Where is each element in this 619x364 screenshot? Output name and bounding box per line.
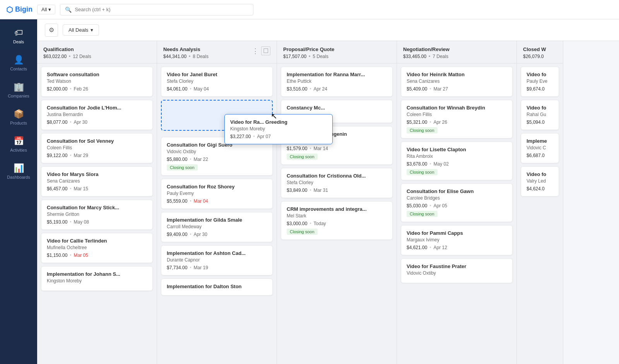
sidebar-item-dashboards[interactable]: 📊 Dashboards <box>0 158 37 185</box>
search-input[interactable] <box>75 7 248 12</box>
card-person: Pauly Eve <box>527 79 553 84</box>
search-icon: 🔍 <box>65 7 72 13</box>
qualification-cards: Software consultation Ted Watson $2,000.… <box>37 63 157 294</box>
card-janel-buret[interactable]: Video for Janel Buret Stefa Clorley $4,0… <box>161 67 273 97</box>
card-crm-improvements[interactable]: CRM improvements and integra... Mel Star… <box>281 201 393 240</box>
card-software-consultation[interactable]: Software consultation Ted Watson $2,000.… <box>41 67 153 97</box>
card-cristionna-old[interactable]: Consultation for Cristionna Old... Stefa… <box>281 168 393 198</box>
sidebar: 🏷 Deals 👤 Contacts 🏢 Companies 📦 Product… <box>0 19 37 364</box>
card-jodie[interactable]: Consultation for Jodie L'Hom... Justina … <box>41 100 153 130</box>
card-meta: $3,000.00 • Today <box>287 221 387 226</box>
card-gilda-smale[interactable]: Implementation for Gilda Smale Carroll M… <box>161 212 273 242</box>
sidebar-item-label: Dashboards <box>7 175 30 179</box>
filter-icon: ⚙ <box>49 26 54 34</box>
card-winnah-breydin[interactable]: Consultation for Winnah Breydin Coleen F… <box>401 100 513 138</box>
all-deals-button[interactable]: All Deals ▾ <box>63 24 99 36</box>
card-title: Video for Pammi Capps <box>407 230 507 236</box>
card-impleme-vidovic[interactable]: Impleme Vidovic C $6,687.0 <box>521 133 559 163</box>
card-lisette-clapton[interactable]: Video for Lisette Clapton Rita Ambroix $… <box>401 142 513 180</box>
all-deals-arrow-icon: ▾ <box>91 27 93 33</box>
drag-card-amount: $3,227.00 <box>230 134 251 139</box>
column-title-proposal: Proposal/Price Quote <box>283 46 390 52</box>
card-meta: $9,409.00 • Apr 30 <box>167 232 267 237</box>
card-video-pauly-eve[interactable]: Video fo Pauly Eve $9,674.0 <box>521 67 559 97</box>
card-faustine-prater[interactable]: Video for Faustine Prater Vidovic Oxtiby <box>401 258 513 283</box>
card-johann-s[interactable]: Implementation for Johann S... Kingston … <box>41 266 153 291</box>
column-deals-count: 12 Deals <box>73 54 91 59</box>
column-proposal: Proposal/Price Quote $17,507.00 • 5 Deal… <box>277 41 397 364</box>
card-callie-terlinden[interactable]: Video for Callie Terlinden Mufinella Och… <box>41 233 153 263</box>
card-meta: $9,674.0 <box>527 86 553 92</box>
all-deals-label: All Deals <box>68 27 88 33</box>
column-amount: $44,341.00 <box>163 54 186 59</box>
card-title: Video for Faustine Prater <box>407 263 507 269</box>
closing-soon-badge: Closing soon <box>407 169 438 175</box>
dashboards-icon: 📊 <box>14 163 24 173</box>
column-header-needs-analysis: Needs Analysis $44,341.00 • 8 Deals ⋮ ☐ <box>157 41 277 63</box>
sidebar-item-deals[interactable]: 🏷 Deals <box>0 22 37 50</box>
card-meta: $3,678.00 • May 02 <box>407 161 507 167</box>
column-header-negotiation: Negotiation/Review $33,465.00 • 7 Deals <box>397 41 516 63</box>
dragging-card: Video for Ra... Greeding Kingston Moreby… <box>224 114 333 144</box>
card-roz-shorey[interactable]: Consultation for Roz Shorey Pauly Evemy … <box>161 179 273 209</box>
column-amount: $17,507.00 <box>283 54 306 59</box>
card-sol-venney[interactable]: Consultation for Sol Venney Coleen Filli… <box>41 133 153 163</box>
card-heinrik-matton[interactable]: Video for Heinrik Matton Sena Canizares … <box>401 67 513 97</box>
card-ashton-cad[interactable]: Implementation for Ashton Cad... Durante… <box>161 245 273 275</box>
column-meta-closed: $26,079.0 <box>523 54 557 59</box>
proposal-cards: Implementation for Ranna Marr... Ethe Pu… <box>277 63 397 243</box>
card-meta: $8,077.00 • Apr 30 <box>47 120 147 125</box>
all-dropdown[interactable]: All ▾ <box>37 5 55 14</box>
column-meta-proposal: $17,507.00 • 5 Deals <box>283 54 390 59</box>
card-marys-slora[interactable]: Video for Marys Slora Sena Canizares $6,… <box>41 166 153 197</box>
card-title: Video fo <box>527 72 553 77</box>
card-dalton-ston[interactable]: Implementation for Dalton Ston <box>161 279 273 296</box>
card-title: Software consultation <box>47 72 147 77</box>
card-person: Mel Stark <box>287 213 387 219</box>
select-icon[interactable]: ☐ <box>261 46 270 55</box>
search-bar[interactable]: 🔍 <box>60 4 253 15</box>
column-title-negotiation: Negotiation/Review <box>403 46 510 52</box>
column-meta-needs-analysis: $44,341.00 • 8 Deals <box>163 54 209 59</box>
activities-icon: 📅 <box>14 136 24 146</box>
card-person: Stefa Clorley <box>287 180 387 185</box>
column-meta-negotiation: $33,465.00 • 7 Deals <box>403 54 510 59</box>
more-options-icon[interactable]: ⋮ <box>252 47 259 55</box>
card-meta: $3,516.00 • Apr 24 <box>287 86 387 92</box>
drag-card-person: Kingston Moreby <box>230 126 327 132</box>
sidebar-item-label: Companies <box>8 94 29 98</box>
card-meta: $9,122.00 • Mar 29 <box>47 153 147 158</box>
card-meta: $2,000.00 • Feb 26 <box>47 86 147 92</box>
card-video-valry-led[interactable]: Video fo Valry Led $4,624.0 <box>521 166 559 197</box>
column-closed: Closed W $26,079.0 Video fo Pauly Eve $9… <box>517 41 563 364</box>
card-title: Consultation for Elise Gawn <box>407 188 507 194</box>
sidebar-item-label: Products <box>10 121 27 125</box>
sidebar-item-companies[interactable]: 🏢 Companies <box>0 77 37 104</box>
column-header-proposal: Proposal/Price Quote $17,507.00 • 5 Deal… <box>277 41 397 63</box>
sidebar-item-products[interactable]: 📦 Products <box>0 104 37 131</box>
contacts-icon: 👤 <box>14 55 24 65</box>
sidebar-item-activities[interactable]: 📅 Activities <box>0 131 37 158</box>
card-person: Kingston Moreby <box>47 278 147 284</box>
card-elise-gawn[interactable]: Consultation for Elise Gawn Carolee Brid… <box>401 183 513 222</box>
column-deals-count: 7 Deals <box>433 54 448 59</box>
card-title: Impleme <box>527 138 553 144</box>
card-marcy-stick[interactable]: Consultation for Marcy Stick... Shermie … <box>41 200 153 230</box>
card-meta: $4,624.0 <box>527 186 553 191</box>
column-deals-count: 8 Deals <box>193 54 209 59</box>
card-person: Pauly Evemy <box>167 191 267 196</box>
filter-button[interactable]: ⚙ <box>45 24 58 37</box>
card-pammi-capps[interactable]: Video for Pammi Capps Margaux Ivimey $4,… <box>401 225 513 255</box>
sidebar-item-contacts[interactable]: 👤 Contacts <box>0 50 37 77</box>
logo-icon: ⬡ <box>6 5 13 14</box>
card-meta: $4,621.00 • Apr 12 <box>407 245 507 250</box>
card-person: Ted Watson <box>47 79 147 84</box>
card-person: Rita Ambroix <box>407 154 507 159</box>
card-ranna-marr[interactable]: Implementation for Ranna Marr... Ethe Pu… <box>281 67 393 97</box>
column-needs-analysis: Needs Analysis $44,341.00 • 8 Deals ⋮ ☐ <box>157 41 277 364</box>
closing-soon-badge: Closing soon <box>287 154 318 160</box>
sidebar-item-label: Activities <box>10 148 27 152</box>
card-person: Stefa Clorley <box>167 79 267 84</box>
card-video-rahal-gu[interactable]: Video fo Rahal Gu $5,094.0 <box>521 100 559 130</box>
column-amount: $63,022.00 <box>43 54 67 59</box>
